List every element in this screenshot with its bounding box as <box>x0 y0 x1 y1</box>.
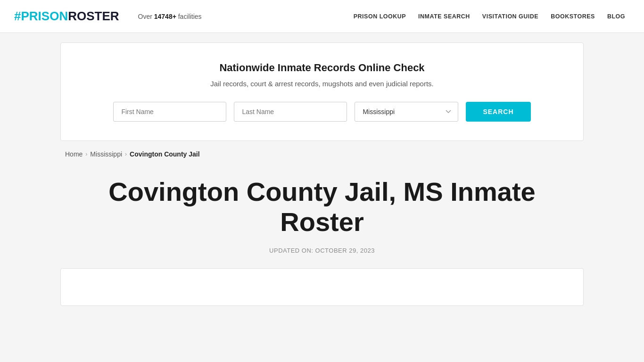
breadcrumb-separator-1: › <box>85 151 87 157</box>
navbar: # PRISON ROSTER Over 14748+ facilities P… <box>0 0 644 33</box>
breadcrumb-section: Home › Mississippi › Covington County Ja… <box>60 150 584 158</box>
bottom-card <box>60 268 584 306</box>
nav-links: PRISON LOOKUP INMATE SEARCH VISITATION G… <box>349 10 630 23</box>
breadcrumb-home[interactable]: Home <box>65 150 83 158</box>
nav-blog[interactable]: BLOG <box>603 10 630 23</box>
logo-roster-text: ROSTER <box>68 9 119 24</box>
breadcrumb: Home › Mississippi › Covington County Ja… <box>65 150 579 158</box>
facilities-count: 14748+ <box>154 13 176 20</box>
search-subtitle: Jail records, court & arrest records, mu… <box>75 80 569 88</box>
nav-inmate-search[interactable]: INMATE SEARCH <box>413 10 475 23</box>
first-name-input[interactable] <box>113 102 226 122</box>
search-title: Nationwide Inmate Records Online Check <box>75 62 569 74</box>
search-form: Mississippi Alabama Alaska Arizona Arkan… <box>75 102 569 122</box>
breadcrumb-state[interactable]: Mississippi <box>90 150 122 158</box>
logo-prison-text: PRISON <box>21 9 68 24</box>
breadcrumb-separator-2: › <box>125 151 127 157</box>
site-logo[interactable]: # PRISON ROSTER <box>14 9 119 24</box>
page-title: Covington County Jail, MS Inmate Roster <box>65 177 579 238</box>
updated-text: UPDATED ON: OCTOBER 29, 2023 <box>65 247 579 254</box>
logo-hash-icon: # <box>14 9 21 24</box>
facilities-text: Over 14748+ facilities <box>138 13 202 20</box>
search-section: Nationwide Inmate Records Online Check J… <box>60 42 584 141</box>
search-button[interactable]: SEARCH <box>466 102 530 122</box>
last-name-input[interactable] <box>234 102 347 122</box>
breadcrumb-current: Covington County Jail <box>130 150 200 158</box>
state-select[interactable]: Mississippi Alabama Alaska Arizona Arkan… <box>355 102 458 122</box>
nav-prison-lookup[interactable]: PRISON LOOKUP <box>349 10 411 23</box>
nav-visitation-guide[interactable]: VISITATION GUIDE <box>478 10 543 23</box>
nav-bookstores[interactable]: BOOKSTORES <box>546 10 600 23</box>
page-title-section: Covington County Jail, MS Inmate Roster … <box>60 167 584 259</box>
